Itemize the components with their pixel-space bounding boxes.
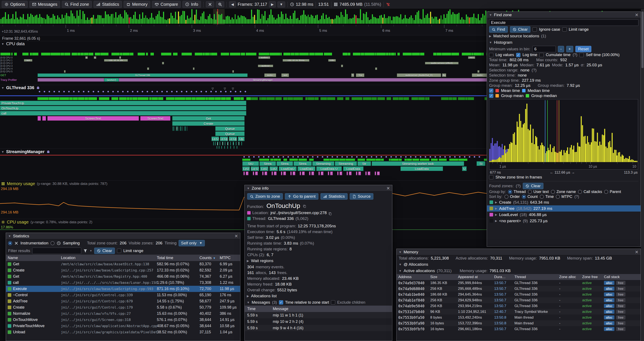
frame-bar[interactable] [336, 15, 337, 24]
frame-bar[interactable] [144, 18, 145, 24]
frame-bar[interactable] [105, 11, 106, 24]
scrollbar-thumb[interactable] [642, 12, 644, 68]
frame-bar[interactable] [184, 11, 185, 24]
message-dot[interactable] [327, 156, 328, 158]
timeline-zone[interactable]: i [243, 171, 245, 175]
frame-bar[interactable] [86, 20, 86, 24]
frame-bar[interactable] [296, 19, 297, 24]
section-header[interactable]: ▼StreamingManager [1, 149, 50, 154]
frame-bar[interactable] [406, 18, 407, 24]
frame-bar[interactable] [476, 18, 477, 24]
frame-bar[interactable] [72, 14, 73, 24]
frame-bar[interactable] [118, 15, 119, 24]
frame-bar[interactable] [156, 16, 157, 24]
message-dot[interactable] [44, 91, 45, 92]
message-dot[interactable] [83, 91, 84, 92]
frame-bar[interactable] [302, 15, 303, 24]
frame-bar[interactable] [444, 14, 444, 24]
message-dot[interactable] [166, 91, 168, 92]
frame-bar[interactable] [117, 18, 118, 24]
frame-bar[interactable] [123, 18, 124, 24]
frame-bar[interactable] [320, 19, 321, 24]
frame-bar[interactable] [197, 20, 198, 24]
frame-bar[interactable] [108, 14, 109, 24]
frame-bar[interactable] [422, 9, 424, 24]
frame-bar[interactable] [461, 17, 462, 24]
message-dot[interactable] [302, 156, 304, 158]
frame-bar[interactable] [6, 19, 8, 24]
frame-bar[interactable] [266, 20, 267, 24]
frame-bar[interactable] [412, 18, 413, 24]
frame-bar[interactable] [475, 18, 476, 24]
zoom-tool-button[interactable] [216, 1, 224, 8]
message-dot[interactable] [243, 156, 245, 158]
frame-bar[interactable] [27, 14, 28, 24]
timeline-zone[interactable] [227, 146, 228, 149]
timeline-zone[interactable]: C [255, 171, 258, 175]
frame-bar[interactable] [129, 18, 130, 24]
frame-bar[interactable] [326, 15, 327, 24]
message-dot[interactable] [171, 91, 172, 92]
message-dot[interactable] [469, 156, 470, 158]
timeline-zone[interactable] [224, 146, 225, 149]
timeline-zone[interactable]: C [246, 171, 248, 175]
frame-bar[interactable] [309, 17, 310, 24]
timeline-zone[interactable]: C [377, 171, 380, 175]
timeline-zone[interactable]: i [309, 171, 310, 175]
frame-bar[interactable] [312, 16, 313, 24]
message-dot[interactable] [161, 91, 163, 92]
message-dot[interactable] [102, 91, 104, 92]
frame-bar[interactable] [164, 20, 166, 24]
timeline-zone[interactable]: E [176, 126, 178, 131]
table-row[interactable]: 0x74ab9e5040256 KB293,994,219ns13:50.7GL… [396, 303, 640, 309]
column-header-location[interactable]: Location [61, 256, 157, 260]
section-header[interactable]: ▼GLThread 336 [1, 85, 40, 90]
frame-bar[interactable] [399, 18, 400, 24]
frame-bar[interactable] [196, 10, 197, 24]
timeline-zone[interactable]: St [476, 161, 486, 166]
frame-bar[interactable] [451, 15, 452, 24]
frame-bar[interactable] [385, 18, 386, 24]
log-values-checkbox[interactable]: ✓ [489, 53, 493, 57]
frame-bar[interactable] [269, 15, 270, 24]
zoom-to-zone-button[interactable]: Zoom to zone [247, 193, 283, 200]
statistics-titlebar[interactable]: ▼ Statistics ✕ [6, 233, 240, 239]
column-header-call-stack[interactable]: Call stack [604, 275, 640, 279]
timeline-zone[interactable]: LoU [260, 166, 268, 171]
frame-bar[interactable] [364, 14, 366, 24]
timeline-zone[interactable]: C [311, 171, 314, 175]
frame-bar[interactable] [75, 18, 76, 24]
frame-bar[interactable] [36, 15, 37, 24]
frame-bar[interactable] [5, 12, 6, 24]
message-dot[interactable] [395, 156, 397, 158]
timeline-zone[interactable] [230, 146, 231, 149]
timeline-zone[interactable]: call [0, 111, 246, 116]
frame-bar[interactable] [275, 20, 276, 24]
frame-bar[interactable] [82, 11, 84, 24]
frame-bar[interactable] [270, 10, 272, 24]
frame-bar[interactable] [290, 16, 291, 24]
frame-bar[interactable] [403, 18, 404, 24]
frame-bar[interactable] [274, 18, 274, 24]
frame-bar[interactable] [15, 12, 16, 24]
frame-bar[interactable] [170, 13, 172, 24]
frame-bar[interactable] [208, 16, 209, 24]
zone-info-titlebar[interactable]: ▼ Zone info ✕ [245, 185, 392, 191]
frame-bar[interactable] [45, 19, 46, 24]
frame-bar[interactable] [276, 18, 278, 24]
frame-bar[interactable] [135, 12, 136, 24]
frame-bar[interactable] [58, 18, 60, 24]
clear-found-button[interactable]: Clear [523, 183, 543, 189]
timeline-zone[interactable]: Queue [215, 126, 245, 131]
frame-bar[interactable] [381, 15, 382, 24]
frame-bar[interactable] [66, 13, 67, 24]
message-dot[interactable] [186, 91, 187, 92]
frame-bar[interactable] [187, 16, 188, 24]
frame-bar[interactable] [379, 16, 380, 24]
frame-bar[interactable] [373, 17, 374, 24]
frame-bar[interactable] [424, 18, 425, 24]
timeline-zone[interactable]: audiose [258, 65, 273, 67]
collapse-icon[interactable]: ▼ [8, 234, 11, 238]
timeline-zone[interactable] [172, 126, 174, 131]
free-callstack-button[interactable]: free [616, 304, 626, 308]
